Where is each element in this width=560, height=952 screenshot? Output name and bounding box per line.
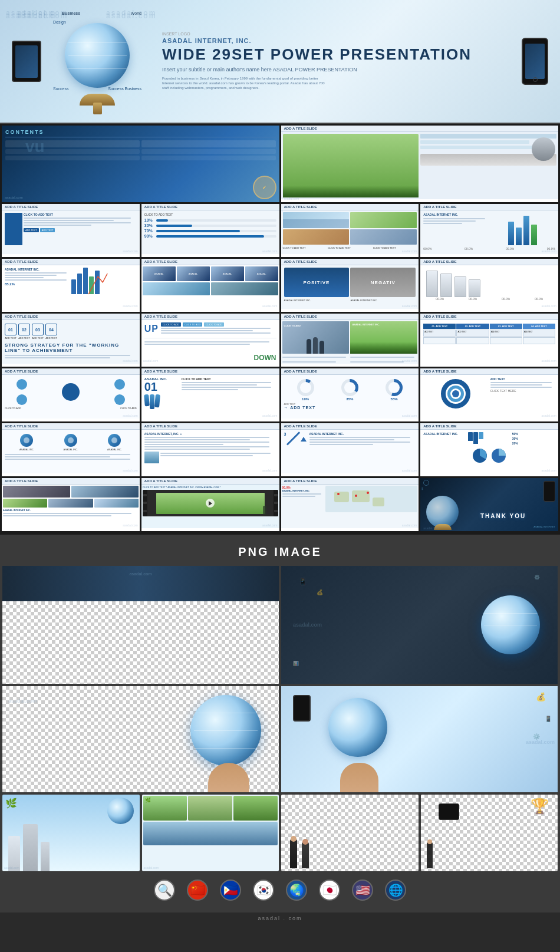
png-item-2: 📱 💰 ⚙️ 📊 asadal.com — [281, 566, 558, 684]
slide-4[interactable]: ADD A TITLE SLIDE CLICK TO ADD TEXT 10% … — [141, 204, 279, 257]
png-item-4: 💰 📱 ⚙️ asadal.com — [281, 686, 558, 792]
slide-7[interactable]: ADD A TITLE SLIDE ASADAL INTERNET INC. 8… — [2, 259, 140, 312]
svg-point-0 — [298, 381, 312, 395]
slide-10-title: ADD A TITLE SLIDE — [420, 259, 558, 265]
flag-globe: 🌐 — [385, 879, 406, 901]
slide-13-title: ADD A TITLE SLIDE — [281, 314, 419, 320]
row-7: ADD A TITLE SLIDE ASADAL INTERNET INC. a… — [2, 478, 558, 531]
slide-6-title: ADD A TITLE SLIDE — [420, 204, 558, 210]
slide-16-title: ADD A TITLE SLIDE — [141, 368, 279, 375]
slide2-watermark: asadal.com — [284, 197, 299, 200]
slide-thank-you[interactable]: $ ASADAL INTERNET THANK YOU asadal.com — [420, 478, 558, 531]
contents-badge: ✓ — [253, 176, 276, 199]
slide-25-title: ADD A TITLE SLIDE — [281, 478, 419, 485]
slide-contents[interactable]: CONTENTS vu ✓ asadal.com — [2, 126, 279, 202]
slide-15-title: ADD A TITLE SLIDE — [2, 368, 140, 375]
slide-8[interactable]: ADD A TITLE SLIDE ASADAL ASADAL ASADAL A… — [141, 259, 279, 312]
slide-24[interactable]: ADD A TITLE SLIDE CLICK TO ADD TEXT * AS… — [141, 478, 279, 531]
slide-19[interactable]: ADD A TITLE SLIDE ASADAL INC. ASADAL INC… — [2, 423, 140, 476]
slide-15[interactable]: ADD A TITLE SLIDE CLICK TO ADDCLICK TO A… — [2, 368, 140, 421]
slide-12[interactable]: ADD A TITLE SLIDE UP CLICK TO ADD CLICK … — [141, 314, 279, 367]
slide-13[interactable]: ADD A TITLE SLIDE CLICK TO ADD — [281, 314, 419, 367]
row-3: ADD A TITLE SLIDE ASADAL INTERNET INC. 8… — [2, 259, 558, 312]
flag-philippines: 🇵🇭 — [220, 879, 241, 901]
slide-24-title: ADD A TITLE SLIDE — [141, 478, 279, 485]
png-bottom-4: 🏆 — [421, 795, 558, 871]
slide-8-title: ADD A TITLE SLIDE — [141, 259, 279, 265]
slide-14-title: ADD A TITLE SLIDE — [420, 314, 558, 320]
slide-4-title: ADD A TITLE SLIDE — [141, 204, 279, 210]
slide-positive-negative[interactable]: ADD A TITLE SLIDE POSITIVE NEGATIV ASADA… — [281, 259, 419, 312]
row-large: CONTENTS vu ✓ asadal.com ADD A TITLE SLI… — [2, 126, 558, 202]
png-bottom-row: 🌿 asadal.com 🌿 asadal.com 🏆 — [0, 795, 560, 871]
hero-section: asadal.com asadal.com asadal.com asadal.… — [0, 0, 560, 124]
slide-title-bar-2: ADD A TITLE SLIDE — [281, 126, 559, 132]
slide-9-title: ADD A TITLE SLIDE — [281, 259, 419, 265]
hero-tablet — [12, 41, 41, 82]
png-bottom-2: 🌿 asadal.com — [142, 795, 279, 871]
slide-10[interactable]: ADD A TITLE SLIDE — [420, 259, 558, 312]
row-6: ADD A TITLE SLIDE ASADAL INC. ASADAL INC… — [2, 423, 558, 476]
row-2: ADD A TITLE SLIDE CLICK TO ADD TEXT ADD … — [2, 204, 558, 257]
slide-11-title: ADD A TITLE SLIDE — [2, 314, 140, 320]
slide-21[interactable]: ADD A TITLE SLIDE 3 ASADAL INTERNET INC. — [281, 423, 419, 476]
png-bottom-1: 🌿 asadal.com — [2, 795, 140, 871]
slide-23[interactable]: ADD A TITLE SLIDE ASADAL INTERNET INC. a… — [2, 478, 140, 531]
slide-11[interactable]: ADD A TITLE SLIDE 01 ADD TEXT 02 ADD TEX… — [2, 314, 140, 367]
slide-5[interactable]: ADD A TITLE SLIDE CLICK TO ADD TEXT CLIC… — [281, 204, 419, 257]
flag-earth: 🌏 — [286, 879, 307, 901]
slide-3[interactable]: ADD A TITLE SLIDE CLICK TO ADD TEXT ADD … — [2, 204, 140, 257]
flags-row: 🔍 🇨🇳 🇵🇭 🇰🇷 🌏 🇯🇵 🇺🇸 🌐 — [0, 874, 560, 907]
png-item-3: asadal.com — [2, 686, 279, 792]
slide-12-title: ADD A TITLE SLIDE — [141, 314, 279, 320]
flag-korea: 🇰🇷 — [253, 879, 274, 901]
slide-20[interactable]: ADD A TITLE SLIDE ASADAL INTERNET, INC. … — [141, 423, 279, 476]
hero-phone — [522, 38, 548, 85]
hero-globe: Business World Design Success Success Bu… — [50, 8, 144, 114]
flag-china: 🇨🇳 — [187, 879, 208, 901]
contents-watermark: vu — [25, 137, 45, 156]
flag-usa: 🇺🇸 — [352, 879, 373, 901]
slide-14[interactable]: ADD A TITLE SLIDE 01. ADD TEXT 02. ADD T… — [420, 314, 558, 367]
png-bottom-3 — [281, 795, 419, 871]
thank-you-label: THANK YOU — [450, 513, 556, 519]
slide-19-title: ADD A TITLE SLIDE — [2, 423, 140, 430]
flag-japan: 🇯🇵 — [319, 879, 340, 901]
slide-18-title: ADD A TITLE SLIDE — [420, 368, 558, 375]
slide-21-title: ADD A TITLE SLIDE — [281, 423, 419, 430]
slide-18[interactable]: ADD A TITLE SLIDE ADD TEXT — [420, 368, 558, 421]
row-5: ADD A TITLE SLIDE CLICK TO ADDCLICK TO A… — [2, 368, 558, 421]
slide-22[interactable]: ADD A TITLE SLIDE ASADAL INTERNET INC. 5… — [420, 423, 558, 476]
contents-title: CONTENTS — [5, 129, 276, 137]
contents-watermark-bottom: asadal.com — [5, 196, 23, 199]
slide-5-title: ADD A TITLE SLIDE — [281, 204, 419, 210]
slide-3-title: ADD A TITLE SLIDE — [2, 204, 140, 210]
slide-22-title: ADD A TITLE SLIDE — [420, 423, 558, 430]
slide-6[interactable]: ADD A TITLE SLIDE ASADAL INTERNET INC. — [420, 204, 558, 257]
slides-container: CONTENTS vu ✓ asadal.com ADD A TITLE SLI… — [0, 124, 560, 535]
slide-17-title: ADD A TITLE SLIDE — [281, 368, 419, 375]
png-section: PNG IMAGE asadal.com 📱 💰 ⚙️ 📊 — [0, 535, 560, 913]
png-title: PNG IMAGE — [0, 541, 560, 566]
slide-20-title: ADD A TITLE SLIDE — [141, 423, 279, 430]
slide-16[interactable]: ADD A TITLE SLIDE ASADAL INC. 01 — [141, 368, 279, 421]
slide-7-title: ADD A TITLE SLIDE — [2, 259, 140, 265]
flag-korea-magnify: 🔍 — [154, 879, 175, 901]
slide-title-right[interactable]: ADD A TITLE SLIDE asadal.com — [281, 126, 559, 202]
slide-17[interactable]: ADD A TITLE SLIDE 10% — [281, 368, 419, 421]
slide-23-title: ADD A TITLE SLIDE — [2, 478, 140, 485]
footer: asadal . com — [0, 913, 560, 924]
slide-25[interactable]: ADD A TITLE SLIDE 00.0% ASADAL INTERNET,… — [281, 478, 419, 531]
png-item-1: asadal.com — [2, 566, 279, 684]
row-4: ADD A TITLE SLIDE 01 ADD TEXT 02 ADD TEX… — [2, 314, 558, 367]
